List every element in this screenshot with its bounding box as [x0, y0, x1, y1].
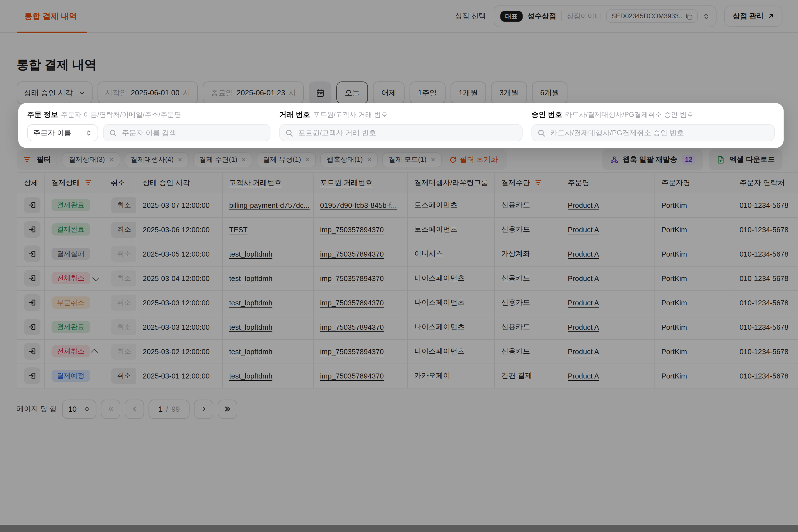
order-info-section: 주문 정보주문자 이름/연락처/이메일/주소/주문명 주문자 이름	[27, 109, 270, 141]
app-window: 통합 결제 내역 상점 선택 대표 성수상점 상점아이디 SED02345DCO…	[0, 0, 798, 532]
order-search-field-select[interactable]: 주문자 이름	[27, 124, 98, 141]
order-search-field-value: 주문자 이름	[33, 128, 71, 138]
transaction-number-title: 거래 번호	[279, 110, 310, 119]
search-icon	[537, 129, 545, 137]
approval-number-section: 승인 번호카드사/결제대행사/PG결제취소 승인 번호	[531, 109, 775, 141]
transaction-number-section: 거래 번호포트원/고객사 거래 번호	[279, 109, 522, 141]
order-search-input[interactable]	[121, 128, 264, 137]
transaction-number-hint: 포트원/고객사 거래 번호	[313, 111, 388, 119]
approval-number-hint: 카드사/결제대행사/PG결제취소 승인 번호	[565, 111, 694, 119]
transaction-number-header: 거래 번호포트원/고객사 거래 번호	[279, 109, 522, 120]
order-info-hint: 주문자 이름/연락처/이메일/주소/주문명	[61, 111, 181, 119]
search-panel: 주문 정보주문자 이름/연락처/이메일/주소/주문명 주문자 이름 거래 번호포…	[18, 103, 784, 148]
order-info-controls: 주문자 이름	[27, 124, 270, 141]
approval-number-controls	[531, 124, 775, 141]
chevron-up-down-icon	[86, 129, 92, 136]
approval-number-header: 승인 번호카드사/결제대행사/PG결제취소 승인 번호	[531, 109, 775, 120]
dim-overlay[interactable]	[0, 0, 798, 532]
search-icon	[285, 129, 293, 137]
order-info-title: 주문 정보	[27, 110, 58, 119]
transaction-number-controls	[279, 124, 522, 141]
search-icon	[109, 129, 117, 137]
approval-number-title: 승인 번호	[531, 110, 562, 119]
transaction-search-input[interactable]	[297, 128, 516, 137]
order-search-box	[103, 124, 270, 141]
order-info-header: 주문 정보주문자 이름/연락처/이메일/주소/주문명	[27, 109, 270, 120]
approval-search-input[interactable]	[549, 128, 768, 137]
transaction-search-box	[279, 124, 522, 141]
approval-search-box	[531, 124, 775, 141]
